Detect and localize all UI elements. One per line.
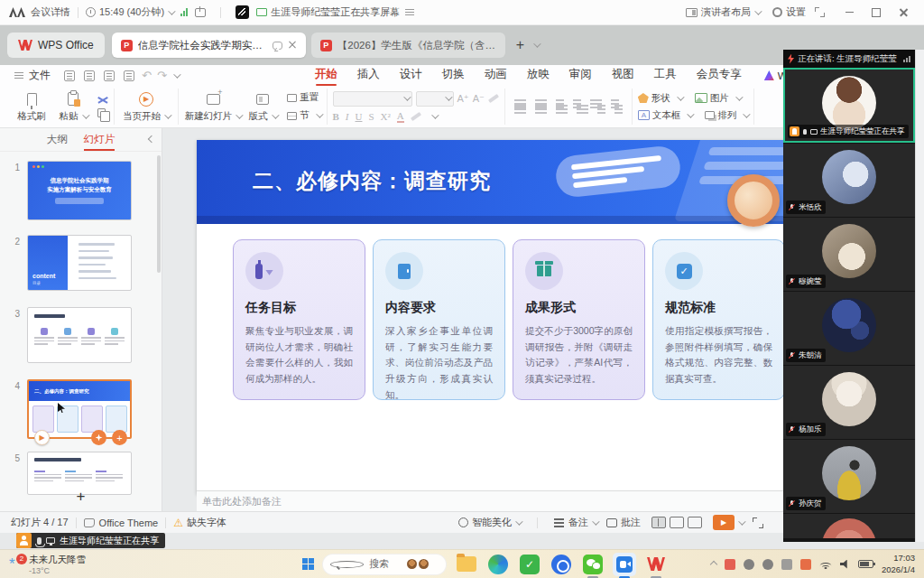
undo-icon[interactable]: ↶: [142, 69, 152, 82]
sharing-menu-icon[interactable]: [405, 12, 414, 14]
battery-icon[interactable]: [858, 560, 873, 568]
chevron-down-icon[interactable]: [168, 7, 175, 14]
tab-slides[interactable]: 幻灯片: [84, 133, 116, 146]
file-explorer-icon[interactable]: [455, 553, 478, 576]
card-task-goal[interactable]: 任务目标 聚焦专业与职业发展，调研岗位人才需求，明确社会需要什么样的人，我如何成…: [233, 239, 365, 400]
speaker-layout-button[interactable]: 演讲者布局: [701, 5, 751, 19]
align-left-icon[interactable]: [514, 105, 526, 107]
missing-font-notice[interactable]: 缺失字体: [187, 516, 226, 529]
slideshow-play-button[interactable]: ▶: [713, 515, 735, 530]
video-tile-presenter[interactable]: 生涯导师纪莹莹正在共享: [783, 68, 915, 143]
text-align-options-icon[interactable]: [614, 105, 623, 107]
align-center-icon[interactable]: [535, 105, 547, 107]
close-tab-icon[interactable]: [288, 41, 297, 50]
strikethrough-button[interactable]: S: [368, 111, 374, 122]
video-tile[interactable]: 孙庆贺: [783, 440, 915, 513]
superscript-button[interactable]: X²: [381, 111, 391, 122]
increase-indent-icon[interactable]: [573, 99, 581, 101]
text-direction-icon[interactable]: [590, 99, 602, 101]
output-icon[interactable]: [84, 70, 95, 81]
theme-name[interactable]: Office Theme: [99, 517, 159, 528]
slide-thumbnail-3[interactable]: [27, 307, 132, 363]
sharing-status-badge[interactable]: 生涯导师纪莹莹正在共享: [16, 533, 165, 548]
tray-expand-icon[interactable]: [710, 560, 717, 567]
arrange-button[interactable]: 排列: [705, 109, 748, 122]
italic-button[interactable]: I: [346, 111, 349, 122]
edge-browser-icon[interactable]: [486, 553, 510, 576]
justify-icon[interactable]: [577, 105, 588, 107]
tab-insert[interactable]: 插入: [347, 65, 390, 86]
bold-button[interactable]: B: [333, 111, 339, 122]
slide-title[interactable]: 二、必修内容：调查研究: [253, 167, 491, 195]
meeting-details-link[interactable]: 会议详情: [31, 5, 70, 19]
clear-format-icon[interactable]: [488, 94, 499, 103]
tab-review[interactable]: 审阅: [559, 65, 602, 86]
paste-button[interactable]: 粘贴: [52, 91, 94, 123]
wps-taskbar-icon[interactable]: [644, 553, 668, 576]
add-slide-button[interactable]: +: [0, 488, 162, 506]
mic-tray-icon[interactable]: [781, 559, 792, 570]
numbered-list-icon[interactable]: [535, 99, 547, 101]
file-menu[interactable]: 文件: [9, 68, 51, 83]
volume-icon[interactable]: [840, 560, 850, 569]
eye-protect-icon[interactable]: [744, 559, 754, 570]
reading-view-button[interactable]: [688, 517, 702, 528]
maximize-button[interactable]: [864, 5, 888, 21]
document-tab-inactive[interactable]: P 【2026】学生版《信息学院（含艺术...: [311, 33, 505, 58]
video-tile[interactable]: 米恬欣: [783, 144, 915, 217]
comments-button[interactable]: 批注: [606, 516, 641, 529]
settings-button[interactable]: 设置: [786, 5, 806, 19]
format-painter-button[interactable]: 格式刷: [11, 91, 52, 123]
align-right-icon[interactable]: [556, 105, 568, 107]
slide-thumbnail-2[interactable]: content目录: [27, 235, 132, 291]
cut-icon[interactable]: [97, 96, 108, 105]
share-icon[interactable]: [195, 8, 206, 17]
start-button[interactable]: [302, 558, 314, 570]
bullet-list-icon[interactable]: [514, 99, 526, 101]
video-tile-partial[interactable]: [783, 514, 915, 538]
meeting-timer[interactable]: 15:49 (40分钟): [99, 5, 164, 19]
browser-app-icon[interactable]: [550, 553, 573, 576]
underline-button[interactable]: U: [356, 111, 363, 122]
new-slide-button[interactable]: 新建幻灯片: [184, 91, 242, 123]
shapes-button[interactable]: 形状: [638, 92, 682, 105]
thumbnail-scrollbar[interactable]: [157, 155, 161, 273]
slide-thumbnail-1[interactable]: 信息学院社会实践学期实施方案解析与安全教育: [27, 161, 132, 220]
card-standard[interactable]: ✓ 规范标准 使用指定模板撰写报告，参照附件样例填写，确保格式规范、内容完整、数…: [652, 239, 785, 400]
document-tab-active[interactable]: P 信息学院社会实践学期实施方...: [112, 33, 306, 58]
textbox-button[interactable]: A文本框: [638, 109, 693, 122]
beautify-button[interactable]: [91, 430, 106, 445]
tab-slideshow[interactable]: 放映: [517, 65, 559, 86]
taskbar-search[interactable]: 搜索: [322, 554, 447, 575]
tab-animation[interactable]: 动画: [475, 65, 517, 86]
increase-font-button[interactable]: A⁺: [457, 93, 469, 105]
section-button[interactable]: 节: [287, 109, 321, 122]
tab-tools[interactable]: 工具: [644, 65, 687, 86]
comment-bubble-icon[interactable]: [273, 42, 282, 50]
reset-button[interactable]: 重置: [287, 91, 321, 104]
add-slide-quick-button[interactable]: +: [112, 430, 127, 445]
font-family-select[interactable]: [333, 91, 412, 107]
tab-member[interactable]: 会员专享: [687, 65, 752, 86]
decrease-font-button[interactable]: A⁻: [473, 93, 485, 105]
redo-icon[interactable]: ↷: [157, 69, 167, 82]
fit-window-icon[interactable]: [753, 517, 763, 528]
tab-view[interactable]: 视图: [602, 65, 644, 86]
highlight-pen-icon[interactable]: [411, 111, 421, 120]
window-scrollbar-strip[interactable]: [915, 50, 924, 542]
wps-home-button[interactable]: WPS Office: [7, 33, 105, 58]
tab-home[interactable]: 开始: [305, 65, 347, 86]
wifi-icon[interactable]: [819, 560, 832, 569]
sync-icon[interactable]: [762, 559, 773, 570]
video-tile[interactable]: 穆婉莹: [783, 218, 915, 291]
card-content-require[interactable]: 内容要求 深入家乡企事业单位调研，了解实习生能力要求、岗位前沿动态及产品升级方向…: [373, 239, 505, 400]
print-icon[interactable]: [104, 70, 115, 81]
slide-editor[interactable]: 二、必修内容：调查研究 任务目标 聚焦专业与职业发展，调研岗位人才需求，明确社会…: [197, 140, 823, 494]
card-result-form[interactable]: 成果形式 提交不少于3000字的原创调研报告，并附《调研走访记录》，严禁AI代写…: [513, 239, 645, 400]
security-app-icon[interactable]: [725, 559, 735, 570]
start-from-current-button[interactable]: ▶当页开始: [120, 91, 172, 123]
save-icon[interactable]: [64, 70, 75, 81]
line-spacing-icon[interactable]: [611, 99, 619, 101]
chevron-down-icon[interactable]: [431, 111, 439, 118]
play-from-slide-button[interactable]: ▶: [34, 430, 50, 445]
